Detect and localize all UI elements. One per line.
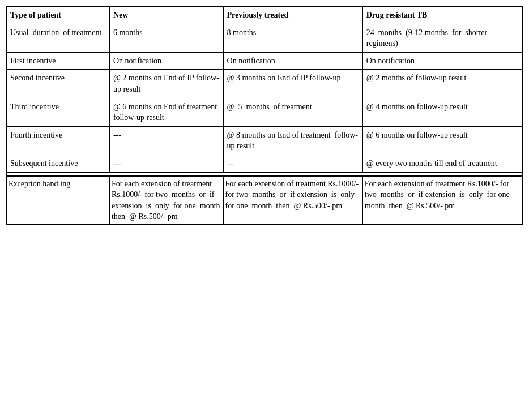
header-new: New [109, 6, 223, 24]
table-row-usual-duration: Usual duration of treatment6 months8 mon… [6, 24, 523, 52]
incentive-table: Type of patient New Previously treated D… [6, 6, 523, 225]
cell-usual-duration-col3: 8 months [223, 24, 362, 52]
cell-second-incentive-col3: @ 3 months on End of IP follow-up [223, 70, 362, 98]
cell-exception-handling-col2: For each extension of treatment Rs.1000/… [109, 176, 223, 225]
cell-exception-handling-col4: For each extension of treatment Rs.1000/… [362, 176, 523, 225]
header-prev: Previously treated [223, 6, 362, 24]
cell-third-incentive-col2: @ 6 months on End of treatment follow-up… [109, 98, 223, 126]
table-row-subsequent-incentive: Subsequent incentive------@ every two mo… [6, 155, 523, 172]
cell-fourth-incentive-col3: @ 8 months on End of treatment follow-up… [223, 126, 362, 155]
cell-first-incentive-col1: First incentive [6, 52, 109, 70]
cell-subsequent-incentive-col3: --- [223, 155, 362, 172]
table-container: Type of patient New Previously treated D… [6, 6, 523, 225]
cell-first-incentive-col2: On notification [109, 52, 223, 70]
cell-usual-duration-col2: 6 months [109, 24, 223, 52]
table-row-first-incentive: First incentiveOn notificationOn notific… [6, 52, 523, 70]
cell-first-incentive-col3: On notification [223, 52, 362, 70]
table-row-exception-handling: Exception handlingFor each extension of … [6, 176, 523, 225]
header-drug: Drug resistant TB [362, 6, 523, 24]
cell-usual-duration-col4: 24 months (9-12 months for shorter regim… [362, 24, 523, 52]
cell-exception-handling-col3: For each extension of treatment Rs.1000/… [223, 176, 362, 225]
cell-usual-duration-col1: Usual duration of treatment [6, 24, 109, 52]
cell-second-incentive-col2: @ 2 months on End of IP follow-up result [109, 70, 223, 98]
cell-fourth-incentive-col1: Fourth incentive [6, 126, 109, 155]
cell-subsequent-incentive-col2: --- [109, 155, 223, 172]
cell-fourth-incentive-col2: --- [109, 126, 223, 155]
cell-fourth-incentive-col4: @ 6 months on follow-up result [362, 126, 523, 155]
cell-third-incentive-col1: Third incentive [6, 98, 109, 126]
table-row-third-incentive: Third incentive@ 6 months on End of trea… [6, 98, 523, 126]
table-row-second-incentive: Second incentive@ 2 months on End of IP … [6, 70, 523, 98]
header-type: Type of patient [6, 6, 109, 24]
cell-third-incentive-col4: @ 4 months on follow-up result [362, 98, 523, 126]
cell-second-incentive-col1: Second incentive [6, 70, 109, 98]
table-row-fourth-incentive: Fourth incentive---@ 8 months on End of … [6, 126, 523, 155]
cell-exception-handling-col1: Exception handling [6, 176, 109, 225]
cell-subsequent-incentive-col1: Subsequent incentive [6, 155, 109, 172]
cell-second-incentive-col4: @ 2 months of follow-up result [362, 70, 523, 98]
cell-third-incentive-col3: @ 5 months of treatment [223, 98, 362, 126]
cell-first-incentive-col4: On notification [362, 52, 523, 70]
cell-subsequent-incentive-col4: @ every two months till end of treatment [362, 155, 523, 172]
